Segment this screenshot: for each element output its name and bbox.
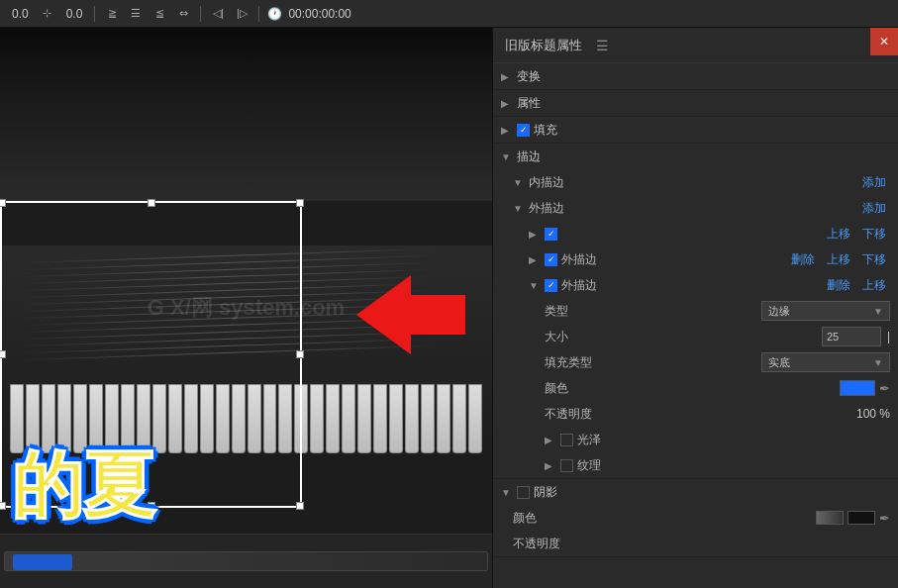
chinese-text-display[interactable]: 的夏 bbox=[12, 449, 285, 521]
os1-down-btn[interactable]: 下移 bbox=[858, 226, 890, 243]
type-dropdown[interactable]: 边缘 ▼ bbox=[761, 301, 890, 321]
fill-type-value: 实底 bbox=[768, 355, 790, 370]
row-fill-type: 填充类型 实底 ▼ bbox=[493, 349, 898, 375]
texture-checkbox[interactable] bbox=[560, 459, 573, 472]
transform-icon: ⊹ bbox=[39, 5, 56, 23]
size-value: 25 bbox=[827, 331, 839, 343]
label-inner-stroke: 内描边 bbox=[529, 174, 854, 191]
os3-checkbox[interactable] bbox=[545, 279, 557, 292]
type-dropdown-arrow: ▼ bbox=[873, 306, 883, 317]
section-header-transform[interactable]: ▶ 变换 bbox=[493, 63, 898, 89]
close-button[interactable]: ✕ bbox=[870, 28, 898, 55]
os3-delete-btn[interactable]: 删除 bbox=[823, 277, 854, 294]
section-fill: ▶ 填充 bbox=[493, 117, 898, 144]
row-shadow-color: 颜色 ✒ bbox=[493, 505, 898, 531]
os3-up-btn[interactable]: 上移 bbox=[858, 277, 890, 294]
size-input[interactable]: 25 bbox=[822, 327, 881, 346]
label-type: 类型 bbox=[545, 303, 757, 320]
expand-os1: ▶ bbox=[529, 229, 541, 240]
shadow-swatch-dark[interactable] bbox=[816, 511, 844, 525]
expand-icon-attributes: ▶ bbox=[501, 98, 513, 109]
next-frame-icon[interactable]: |▷ bbox=[233, 5, 250, 23]
row-size: 大小 25 | bbox=[493, 324, 898, 349]
section-header-fill[interactable]: ▶ 填充 bbox=[493, 117, 898, 143]
video-upper-region bbox=[0, 28, 492, 201]
piano-key bbox=[326, 384, 340, 453]
section-header-shadow[interactable]: ▼ 阴影 bbox=[493, 479, 898, 505]
section-header-stroke[interactable]: ▼ 描边 bbox=[493, 144, 898, 169]
label-os3: 外描边 bbox=[561, 277, 819, 294]
row-opacity: 不透明度 100 % bbox=[493, 401, 898, 427]
label-fill-type: 填充类型 bbox=[545, 354, 757, 371]
add-outer-stroke-btn[interactable]: 添加 bbox=[858, 200, 890, 217]
value-y[interactable]: 0.0 bbox=[62, 5, 87, 23]
expand-gloss: ▶ bbox=[545, 435, 556, 445]
value-x[interactable]: 0.0 bbox=[8, 5, 33, 23]
fill-type-dropdown[interactable]: 实底 ▼ bbox=[761, 352, 890, 372]
label-color: 颜色 bbox=[545, 380, 836, 397]
row-color: 颜色 ✒ bbox=[493, 375, 898, 401]
piano-key bbox=[373, 384, 387, 453]
row-outer-stroke-1: ▶ 上移 下移 bbox=[493, 221, 898, 246]
timecode-icon: 🕐 bbox=[267, 7, 282, 21]
section-transform: ▶ 变换 bbox=[493, 63, 898, 90]
piano-strings bbox=[20, 255, 436, 374]
prev-frame-icon[interactable]: ◁| bbox=[209, 5, 227, 23]
expand-icon-fill: ▶ bbox=[501, 125, 513, 136]
shadow-eyedropper-icon[interactable]: ✒ bbox=[879, 511, 890, 526]
panel-menu-icon[interactable]: ☰ bbox=[596, 38, 609, 53]
shadow-checkbox[interactable] bbox=[517, 486, 530, 499]
section-label-transform: 变换 bbox=[517, 68, 541, 85]
piano-key bbox=[437, 384, 450, 453]
section-label-fill: 填充 bbox=[534, 122, 557, 139]
align-right-icon[interactable]: ≦ bbox=[150, 5, 168, 23]
piano-silhouette bbox=[0, 245, 492, 463]
shadow-swatch-black[interactable] bbox=[848, 511, 875, 525]
label-shadow-color: 颜色 bbox=[513, 510, 812, 527]
opacity-value: 100 % bbox=[856, 407, 890, 421]
timecode-display: 00:00:00:00 bbox=[288, 7, 350, 21]
main-layout: 的夏 G X/网 system.com bbox=[0, 28, 898, 588]
section-attributes: ▶ 属性 bbox=[493, 90, 898, 117]
section-label-attributes: 属性 bbox=[517, 95, 541, 112]
shadow-color-swatches: ✒ bbox=[816, 511, 890, 526]
align-left-icon[interactable]: ≧ bbox=[103, 5, 121, 23]
os2-checkbox[interactable] bbox=[545, 253, 557, 266]
section-header-attributes[interactable]: ▶ 属性 bbox=[493, 90, 898, 116]
eyedropper-icon[interactable]: ✒ bbox=[879, 381, 890, 396]
video-background: 的夏 G X/网 system.com bbox=[0, 28, 492, 588]
divider2 bbox=[200, 6, 201, 22]
color-swatch[interactable] bbox=[840, 380, 875, 396]
fill-type-dropdown-arrow: ▼ bbox=[873, 357, 883, 368]
label-opacity: 不透明度 bbox=[545, 406, 852, 423]
fill-checkbox[interactable] bbox=[517, 124, 530, 137]
text-overlay: 的夏 bbox=[0, 441, 297, 529]
timeline-strip bbox=[0, 534, 492, 588]
os2-delete-btn[interactable]: 删除 bbox=[787, 251, 819, 268]
section-label-stroke: 描边 bbox=[517, 148, 541, 165]
handle-bottom-right[interactable] bbox=[296, 502, 304, 510]
align-center-icon[interactable]: ☰ bbox=[127, 5, 145, 23]
expand-icon-stroke: ▼ bbox=[501, 151, 513, 162]
os1-checkbox[interactable] bbox=[545, 228, 557, 241]
piano-key bbox=[310, 384, 324, 453]
divider3 bbox=[258, 6, 259, 22]
divider1 bbox=[94, 6, 95, 22]
expand-inner-stroke: ▼ bbox=[513, 177, 525, 188]
kerning-icon[interactable]: ⇔ bbox=[174, 5, 192, 23]
cursor-indicator: | bbox=[885, 330, 890, 343]
os1-up-btn[interactable]: 上移 bbox=[823, 226, 854, 243]
os2-up-btn[interactable]: 上移 bbox=[823, 251, 854, 268]
os2-down-btn[interactable]: 下移 bbox=[858, 251, 890, 268]
piano-key bbox=[405, 384, 419, 453]
panel-title: 旧版标题属性 bbox=[505, 37, 582, 54]
type-dropdown-value: 边缘 bbox=[768, 304, 790, 319]
expand-icon-shadow: ▼ bbox=[501, 487, 513, 498]
piano-key bbox=[468, 384, 482, 453]
add-inner-stroke-btn[interactable]: 添加 bbox=[858, 174, 890, 191]
gloss-checkbox[interactable] bbox=[560, 434, 573, 446]
row-gloss: ▶ 光泽 bbox=[493, 427, 898, 452]
label-gloss: 光泽 bbox=[577, 432, 890, 448]
row-texture: ▶ 纹理 bbox=[493, 452, 898, 478]
label-shadow-opacity: 不透明度 bbox=[513, 536, 890, 552]
